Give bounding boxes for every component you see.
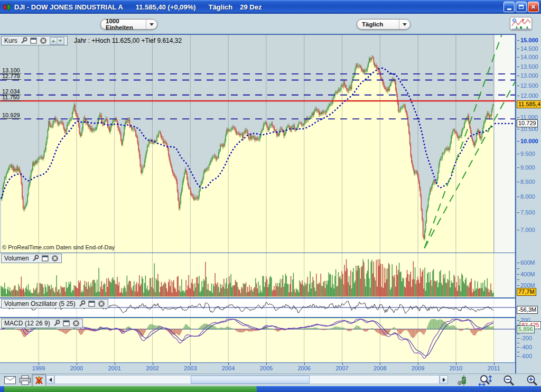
move-down-icon[interactable] — [57, 38, 64, 44]
scroll-left-button[interactable] — [46, 375, 54, 384]
price-chart[interactable] — [0, 35, 515, 253]
price-panel-title: Kurs — [4, 37, 17, 44]
axis-tick — [517, 129, 519, 129]
titlebar-period: Täglich — [209, 3, 233, 11]
units-dropdown[interactable]: 1000 Einheiten — [100, 19, 157, 30]
titlebar-price: 11.585,40 (+0,09%) — [136, 3, 196, 11]
axis-tick — [517, 334, 519, 334]
future-area — [495, 318, 515, 362]
chart-settings-icon — [457, 375, 470, 386]
chevron-down-icon — [399, 20, 410, 29]
chart-settings-button[interactable] — [457, 375, 470, 386]
detach-window-icon[interactable] — [30, 38, 37, 44]
axis-tick — [517, 197, 519, 197]
close-panel-icon[interactable] — [51, 255, 59, 262]
oscillator-panel-title: Volumen Oszillator (5 25) — [4, 300, 76, 307]
wrench-icon[interactable] — [20, 37, 27, 44]
zoom-in-button[interactable] — [526, 375, 538, 386]
move-panel-buttons — [50, 37, 64, 45]
axis-tick — [517, 96, 519, 96]
email-button[interactable] — [4, 376, 16, 384]
print-icon — [19, 375, 31, 385]
x-axis-label: 2004 — [217, 365, 240, 371]
x-axis-label: 2007 — [331, 365, 354, 371]
axis-tick — [517, 57, 519, 58]
x-axis-label: 2006 — [293, 365, 316, 371]
units-dropdown-value: 1000 Einheiten — [106, 18, 143, 31]
window-buttons: × — [503, 2, 539, 12]
y-axis-label: 10.000 — [520, 138, 538, 144]
scrollbar-thumb[interactable] — [191, 376, 310, 384]
close-panel-icon[interactable] — [98, 300, 105, 307]
alerts-disabled-icon — [34, 376, 44, 386]
axis-tick — [517, 117, 519, 118]
x-axis-label: 2011 — [482, 365, 506, 371]
y-axis-label: 14.500 — [520, 45, 538, 52]
period-dropdown[interactable]: Täglich — [357, 19, 411, 30]
scrollbar-track[interactable] — [54, 375, 440, 384]
axis-tick — [517, 279, 519, 280]
y-axis-label: 12.500 — [520, 82, 538, 89]
x-axis-label: 2002 — [141, 365, 164, 371]
oscillator-panel-header[interactable]: Volumen Oszillator (5 25) — [1, 299, 108, 309]
wrench-icon[interactable] — [78, 300, 86, 307]
move-up-icon[interactable] — [50, 38, 57, 44]
email-icon — [4, 376, 16, 384]
axis-tick — [517, 343, 519, 343]
axis-tick — [517, 49, 519, 49]
zoom-fit-button[interactable] — [478, 375, 493, 386]
y-axis-label: 12.000 — [520, 92, 538, 99]
taskbar-green-segment[interactable] — [4, 386, 257, 392]
x-axis-label: 2000 — [65, 365, 88, 371]
copyright-text: © ProRealTime.com Daten sind End-of-Day — [2, 244, 115, 250]
close-button[interactable]: × — [528, 2, 539, 12]
x-axis-label: 2009 — [406, 365, 430, 371]
chart-style-button[interactable] — [510, 17, 532, 30]
y-axis-label: 400M — [520, 271, 535, 277]
moving-average-badge: 10.729 — [517, 119, 538, 127]
detach-window-icon[interactable] — [42, 255, 49, 262]
axis-tick — [517, 274, 519, 275]
macd-panel-header[interactable]: MACD (12 26 9) — [1, 319, 83, 328]
period-dropdown-value: Täglich — [362, 21, 396, 27]
maximize-icon — [519, 5, 524, 9]
minimize-icon — [507, 8, 511, 10]
year-high-low-info: Jahr : +Hoch 11.625,00 +Tief 9.614,32 — [74, 37, 182, 44]
axis-tick — [517, 141, 519, 142]
alerts-disabled-button[interactable] — [32, 374, 46, 387]
x-axis-label: 1999 — [27, 365, 50, 371]
close-panel-icon[interactable] — [40, 37, 47, 44]
volume-chart[interactable] — [0, 253, 515, 297]
volume-panel-header[interactable]: Volumen — [1, 254, 62, 263]
maximize-button[interactable] — [516, 2, 527, 12]
axis-tick — [517, 212, 519, 213]
axis-tick — [517, 338, 519, 339]
volume-badge: 77,7M — [517, 288, 536, 296]
minimize-button[interactable] — [503, 2, 515, 12]
price-panel-header[interactable]: Kurs — [1, 36, 68, 45]
axis-tick — [517, 167, 519, 168]
volume-panel-title: Volumen — [4, 255, 29, 262]
zoom-out-icon — [502, 375, 515, 386]
time-axis: 1999200020012002200320042005200620072008… — [0, 363, 515, 374]
taskbar-strip[interactable] — [0, 386, 541, 392]
zoom-out-button[interactable] — [502, 375, 515, 386]
macd-value-badge: 5,896 — [517, 325, 535, 333]
print-button[interactable] — [19, 375, 31, 385]
wrench-icon[interactable] — [53, 320, 60, 327]
titlebar-date: 29 Dez — [240, 3, 262, 11]
scroll-right-button[interactable] — [440, 375, 448, 384]
y-axis-label: 9.500 — [520, 151, 535, 157]
toolbar — [0, 14, 541, 34]
axis-tick — [517, 356, 519, 357]
wrench-icon[interactable] — [32, 255, 39, 262]
close-panel-icon[interactable] — [72, 320, 80, 327]
detach-window-icon[interactable] — [88, 301, 95, 307]
detach-window-icon[interactable] — [63, 320, 70, 327]
scroll-left-icon — [47, 378, 52, 382]
app-icon — [3, 3, 11, 11]
future-area — [495, 35, 515, 253]
y-axis-label: 7.000 — [520, 227, 535, 233]
titlebar-symbol: DJI - DOW JONES INDUSTRIAL A — [14, 3, 123, 11]
scroll-right-icon — [443, 378, 447, 382]
